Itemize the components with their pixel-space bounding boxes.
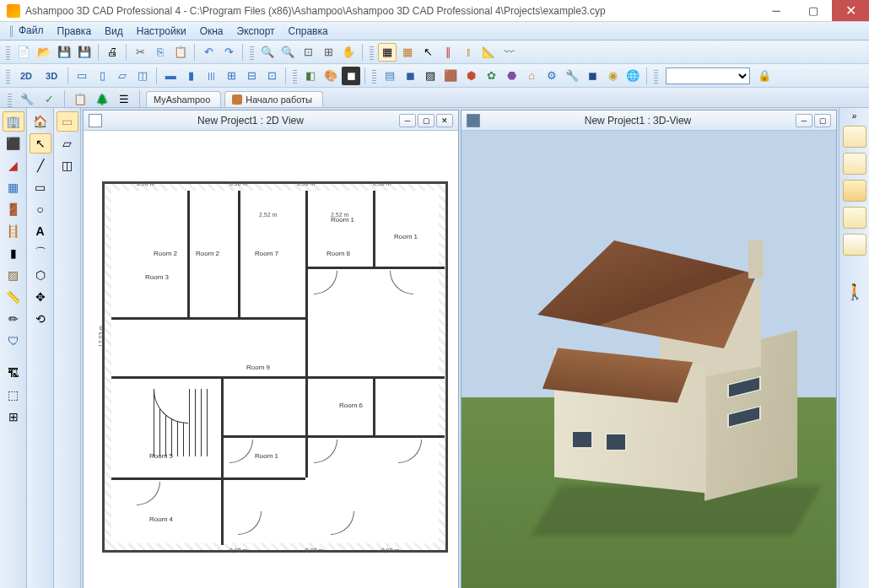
cursor-icon[interactable]: ↖ bbox=[418, 43, 437, 62]
door-tool-icon[interactable]: 🚪 bbox=[3, 199, 24, 219]
minimize-button[interactable]: ─ bbox=[758, 0, 795, 21]
move-tool-icon[interactable]: ✥ bbox=[30, 287, 51, 307]
menu-settings[interactable]: Настройки bbox=[130, 24, 193, 39]
catalog-4-icon[interactable] bbox=[843, 207, 866, 229]
menu-help[interactable]: Справка bbox=[282, 24, 335, 39]
view-3d-canvas[interactable] bbox=[461, 131, 836, 588]
view-minimize-button[interactable]: ─ bbox=[399, 114, 416, 127]
layout-3-icon[interactable]: ⫼ bbox=[202, 67, 220, 85]
lib-2-icon[interactable]: ✿ bbox=[482, 67, 500, 85]
render-3-icon[interactable]: ◼ bbox=[342, 67, 360, 85]
zoom-region-icon[interactable]: ⊞ bbox=[319, 43, 337, 62]
tool-wrench-icon[interactable]: 🔧 bbox=[18, 90, 36, 107]
layout-5-icon[interactable]: ⊟ bbox=[242, 67, 261, 85]
maximize-button[interactable]: ▢ bbox=[795, 0, 832, 21]
menu-edit[interactable]: Правка bbox=[51, 24, 99, 39]
arc-tool-icon[interactable]: ⌒ bbox=[30, 243, 51, 263]
poly-tool-icon[interactable]: ⬡ bbox=[30, 265, 51, 285]
toolbar-grip[interactable] bbox=[6, 68, 10, 84]
catalog-5-icon[interactable] bbox=[843, 234, 866, 256]
view-top-icon[interactable]: ▱ bbox=[113, 67, 132, 85]
window-tool-icon[interactable]: ▦ bbox=[3, 177, 24, 197]
undo-icon[interactable]: ↶ bbox=[199, 43, 218, 62]
line-tool-icon[interactable]: ╱ bbox=[30, 155, 51, 175]
building-tool-icon[interactable]: 🏢 bbox=[3, 111, 24, 132]
lib-8-icon[interactable]: ◉ bbox=[603, 67, 622, 85]
select-icon[interactable]: ▦ bbox=[378, 43, 397, 62]
lib-1-icon[interactable]: ⬢ bbox=[461, 67, 480, 85]
measure-icon[interactable]: 〰 bbox=[499, 43, 518, 62]
tab-getting-started[interactable]: Начало работы bbox=[224, 91, 323, 107]
catalog-1-icon[interactable] bbox=[843, 126, 866, 148]
redo-icon[interactable]: ↷ bbox=[219, 43, 238, 62]
roof-tool-icon[interactable]: ◢ bbox=[3, 155, 24, 175]
grid-icon[interactable]: ▦ bbox=[398, 43, 417, 62]
menu-view[interactable]: Вид bbox=[98, 24, 130, 39]
view-maximize-button[interactable]: ▢ bbox=[418, 114, 434, 127]
lib-6-icon[interactable]: 🔧 bbox=[563, 67, 581, 85]
wall-tool-icon[interactable]: ⬛ bbox=[3, 133, 24, 154]
view-minimize-button[interactable]: ─ bbox=[796, 114, 812, 127]
tab-myashampoo[interactable]: MyAshampoo bbox=[146, 91, 221, 107]
expand-icon[interactable]: » bbox=[852, 111, 857, 121]
zoom-out-icon[interactable]: 🔍 bbox=[278, 43, 297, 62]
toolbar-grip[interactable] bbox=[654, 68, 658, 84]
menu-export[interactable]: Экспорт bbox=[230, 24, 282, 39]
cut-icon[interactable]: ✂ bbox=[131, 43, 149, 62]
view-close-button[interactable]: ✕ bbox=[436, 114, 453, 127]
view-iso-icon[interactable]: ◫ bbox=[133, 67, 152, 85]
view-side-icon[interactable]: ▯ bbox=[93, 67, 111, 85]
close-button[interactable]: ✕ bbox=[832, 0, 869, 21]
select-tool-icon[interactable]: ↖ bbox=[30, 133, 51, 154]
lib-3-icon[interactable]: ⬣ bbox=[502, 67, 521, 85]
rect-tool-icon[interactable]: ▭ bbox=[30, 177, 51, 197]
layout-2-icon[interactable]: ▮ bbox=[181, 67, 200, 85]
catalog-2-icon[interactable] bbox=[843, 153, 866, 175]
copy-icon[interactable]: ⎘ bbox=[151, 43, 170, 62]
render-2-icon[interactable]: 🎨 bbox=[321, 67, 340, 85]
save-icon[interactable]: 💾 bbox=[55, 43, 73, 62]
scale-dropdown[interactable] bbox=[666, 67, 750, 84]
catalog-3-icon[interactable] bbox=[843, 180, 866, 202]
home-icon[interactable]: 🏠 bbox=[30, 111, 51, 132]
draw-3-icon[interactable]: ◫ bbox=[57, 155, 78, 175]
print-icon[interactable]: 🖨 bbox=[103, 43, 121, 62]
hatch-icon[interactable]: ▨ bbox=[421, 67, 440, 85]
pan-icon[interactable]: ✋ bbox=[339, 43, 358, 62]
menu-windows[interactable]: Окна bbox=[193, 24, 230, 39]
draw-2-icon[interactable]: ▱ bbox=[57, 133, 78, 154]
elevation-tool-icon[interactable]: ⬚ bbox=[3, 385, 24, 405]
lock-icon[interactable]: 🔒 bbox=[755, 67, 774, 85]
3d-mode-button[interactable]: 3D bbox=[40, 67, 63, 85]
angle-icon[interactable]: 📐 bbox=[479, 43, 498, 62]
view-2d-canvas[interactable]: Room 2 Room 2 Room 7 Room 8 Room 1 Room … bbox=[84, 131, 458, 588]
tool-tree-icon[interactable]: 🌲 bbox=[93, 90, 111, 107]
toolbar-grip[interactable] bbox=[370, 45, 374, 60]
lib-4-icon[interactable]: ⌂ bbox=[522, 67, 541, 85]
lib-9-icon[interactable]: 🌐 bbox=[623, 67, 642, 85]
render-1-icon[interactable]: ◧ bbox=[301, 67, 320, 85]
toolbar-grip[interactable] bbox=[372, 68, 376, 84]
view-front-icon[interactable]: ▭ bbox=[73, 67, 91, 85]
tool-check-icon[interactable]: ✓ bbox=[40, 90, 58, 107]
draw-1-icon[interactable]: ▭ bbox=[57, 111, 78, 132]
lib-5-icon[interactable]: ⚙ bbox=[542, 67, 561, 85]
dimension-tool-icon[interactable]: 📏 bbox=[3, 287, 24, 307]
layer-icon[interactable]: ▤ bbox=[381, 67, 399, 85]
section-tool-icon[interactable]: 🏗 bbox=[3, 363, 24, 383]
2d-mode-button[interactable]: 2D bbox=[14, 67, 38, 85]
terrain-tool-icon[interactable]: ▨ bbox=[3, 265, 24, 285]
zoom-in-icon[interactable]: 🔍 bbox=[258, 43, 277, 62]
zoom-fit-icon[interactable]: ⊡ bbox=[299, 43, 317, 62]
paste-icon[interactable]: 📋 bbox=[171, 43, 190, 62]
stairs-tool-icon[interactable]: 🪜 bbox=[3, 221, 24, 241]
view-maximize-button[interactable]: ▢ bbox=[814, 114, 831, 127]
layout-4-icon[interactable]: ⊞ bbox=[222, 67, 240, 85]
save-as-icon[interactable]: 💾 bbox=[75, 43, 94, 62]
toolbar-grip[interactable] bbox=[293, 68, 297, 84]
shield-tool-icon[interactable]: 🛡 bbox=[3, 331, 24, 351]
person-icon[interactable]: 🚶 bbox=[845, 283, 864, 301]
layout-1-icon[interactable]: ▬ bbox=[161, 67, 180, 85]
texture-icon[interactable]: 🟫 bbox=[441, 67, 460, 85]
column-tool-icon[interactable]: ▮ bbox=[3, 243, 24, 263]
